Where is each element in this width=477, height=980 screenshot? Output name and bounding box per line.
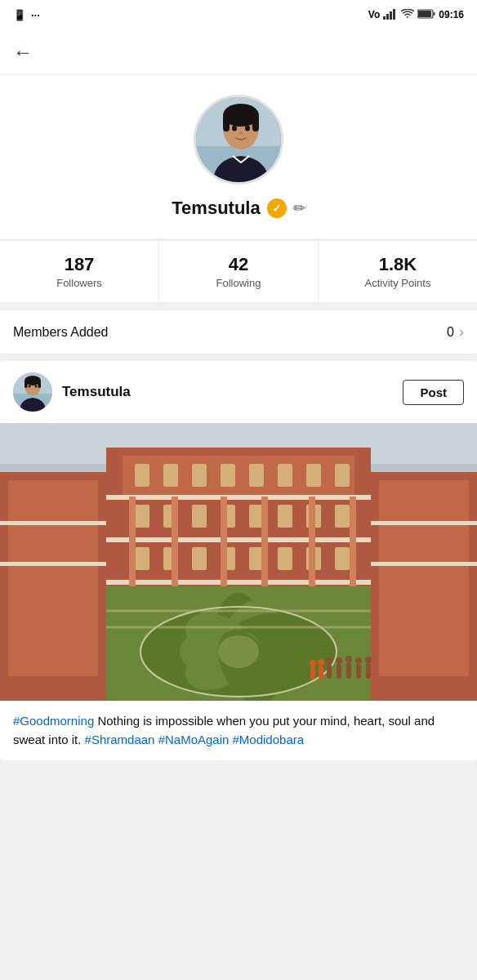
svg-rect-27 xyxy=(8,480,98,676)
hashtag-goodmorning[interactable]: #Goodmorning xyxy=(13,714,94,728)
svg-point-23 xyxy=(35,385,38,388)
status-left: 📱 ··· xyxy=(13,9,40,21)
signal-icon xyxy=(383,8,398,22)
edit-profile-button[interactable]: ✏ xyxy=(293,199,305,217)
svg-rect-95 xyxy=(319,666,323,679)
post-user-avatar xyxy=(13,372,52,412)
svg-rect-87 xyxy=(346,662,351,679)
svg-rect-43 xyxy=(249,464,264,487)
activity-count: 1.8K xyxy=(379,254,417,275)
carrier-icon: Vo xyxy=(368,9,380,20)
svg-rect-5 xyxy=(418,11,431,17)
battery-icon xyxy=(417,9,435,21)
post-card: Temsutula Post xyxy=(0,361,477,760)
svg-rect-34 xyxy=(106,580,371,585)
status-bar: 📱 ··· Vo 0 xyxy=(0,0,477,29)
svg-rect-52 xyxy=(278,505,292,528)
hashtag-shramdaan[interactable]: #Shramdaan xyxy=(85,733,155,746)
svg-point-84 xyxy=(326,657,332,664)
svg-point-15 xyxy=(239,132,243,135)
svg-rect-85 xyxy=(337,664,341,679)
svg-rect-3 xyxy=(393,9,395,20)
caption-text: #Goodmorning Nothing is impossible when … xyxy=(13,714,435,746)
svg-rect-31 xyxy=(379,480,469,676)
followers-label: Followers xyxy=(56,277,102,289)
following-stat[interactable]: 42 Following xyxy=(159,241,319,302)
svg-rect-36 xyxy=(0,562,106,566)
svg-rect-21 xyxy=(38,381,42,388)
hashtag-modidobara[interactable]: #Modidobara xyxy=(233,733,305,746)
post-user-info: Temsutula xyxy=(13,372,131,412)
svg-rect-35 xyxy=(0,521,106,525)
svg-point-86 xyxy=(336,657,342,664)
svg-rect-55 xyxy=(135,547,149,570)
post-header: Temsutula Post xyxy=(0,361,477,423)
svg-rect-42 xyxy=(221,464,235,487)
svg-rect-11 xyxy=(223,115,230,131)
post-button[interactable]: Post xyxy=(403,380,464,405)
followers-stat[interactable]: 187 Followers xyxy=(0,241,159,302)
post-caption: #Goodmorning Nothing is impossible when … xyxy=(0,701,477,760)
svg-rect-0 xyxy=(383,16,386,20)
profile-section: Temsutula ✓ ✏ xyxy=(0,75,477,238)
following-label: Following xyxy=(216,277,261,289)
stats-row: 187 Followers 42 Following 1.8K Activity… xyxy=(0,240,477,303)
svg-rect-39 xyxy=(135,464,149,487)
followers-count: 187 xyxy=(65,254,95,275)
profile-avatar xyxy=(194,95,283,185)
svg-rect-49 xyxy=(192,505,207,528)
following-count: 42 xyxy=(229,254,248,275)
profile-name-row: Temsutula ✓ ✏ xyxy=(172,198,305,219)
svg-point-94 xyxy=(310,660,316,666)
post-username: Temsutula xyxy=(62,384,131,400)
verified-icon: ✓ xyxy=(267,198,287,218)
svg-rect-91 xyxy=(366,663,371,679)
svg-rect-93 xyxy=(310,666,315,679)
svg-rect-57 xyxy=(192,547,207,570)
activity-stat[interactable]: 1.8K Activity Points xyxy=(319,241,477,302)
svg-point-14 xyxy=(245,126,250,131)
svg-rect-38 xyxy=(371,562,477,566)
svg-rect-32 xyxy=(106,495,371,500)
post-image xyxy=(0,423,477,701)
members-added-right: 0 › xyxy=(447,323,464,341)
svg-rect-45 xyxy=(306,464,321,487)
svg-rect-12 xyxy=(252,115,259,131)
svg-rect-47 xyxy=(135,505,149,528)
svg-point-88 xyxy=(345,656,352,662)
svg-rect-83 xyxy=(327,664,332,679)
back-button[interactable]: ← xyxy=(13,41,33,64)
profile-name: Temsutula xyxy=(172,198,260,219)
hashtag-namoagain[interactable]: #NaMoAgain xyxy=(158,733,230,746)
svg-point-22 xyxy=(29,385,31,388)
svg-rect-60 xyxy=(278,547,292,570)
chevron-right-icon: › xyxy=(459,323,464,341)
svg-rect-41 xyxy=(192,464,207,487)
svg-rect-40 xyxy=(163,464,178,487)
svg-point-96 xyxy=(318,659,324,666)
activity-label: Activity Points xyxy=(365,277,431,289)
svg-rect-20 xyxy=(25,381,28,388)
svg-rect-62 xyxy=(335,547,350,570)
svg-point-81 xyxy=(218,635,259,668)
svg-rect-37 xyxy=(371,521,477,525)
svg-rect-89 xyxy=(356,664,361,679)
svg-rect-33 xyxy=(106,537,371,542)
nav-bar: ← xyxy=(0,29,477,75)
whatsapp-icon: 📱 xyxy=(13,9,26,21)
avatar-image xyxy=(196,97,281,182)
status-right: Vo 09:16 xyxy=(368,8,464,22)
more-icon: ··· xyxy=(31,9,40,21)
svg-rect-6 xyxy=(434,12,435,16)
wifi-icon xyxy=(401,9,414,21)
members-added-row[interactable]: Members Added 0 › xyxy=(0,310,477,354)
svg-rect-44 xyxy=(278,464,292,487)
svg-rect-2 xyxy=(390,11,392,20)
time-display: 09:16 xyxy=(439,9,464,20)
members-added-count: 0 xyxy=(447,325,454,340)
svg-point-13 xyxy=(232,126,237,131)
svg-rect-54 xyxy=(335,505,350,528)
svg-rect-46 xyxy=(335,464,350,487)
svg-point-92 xyxy=(365,657,372,663)
members-added-label: Members Added xyxy=(13,325,109,340)
